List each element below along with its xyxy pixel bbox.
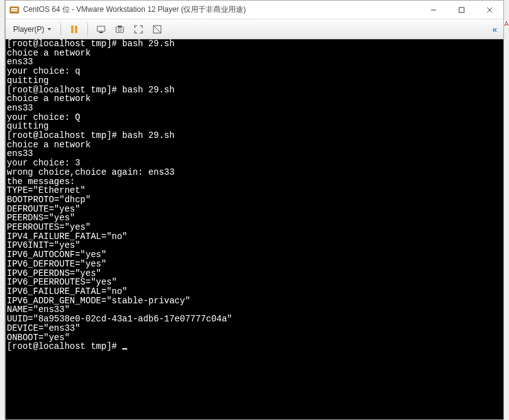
terminal-output: [root@localhost tmp]# bash 29.sh choice … [7, 39, 502, 351]
player-menu-label: Player(P) [13, 25, 44, 34]
right-mark-letter: A [504, 20, 509, 27]
pause-button[interactable] [66, 22, 82, 37]
close-button[interactable] [475, 1, 503, 19]
toolbar-separator [61, 23, 61, 36]
svg-rect-7 [71, 26, 74, 33]
svg-rect-9 [97, 26, 105, 31]
snapshot-button[interactable] [112, 22, 128, 37]
svg-rect-8 [75, 26, 77, 33]
unity-button[interactable] [149, 22, 165, 37]
toolbar: Player(P) « [6, 19, 503, 39]
maximize-button[interactable] [447, 1, 475, 19]
right-gutter [504, 0, 509, 420]
svg-point-12 [119, 28, 122, 31]
chevron-down-icon [47, 25, 52, 34]
svg-rect-2 [11, 10, 17, 11]
svg-rect-11 [116, 27, 124, 32]
svg-rect-1 [11, 8, 17, 9]
app-icon [9, 5, 19, 15]
svg-rect-13 [118, 26, 122, 27]
window-title: CentOS 64 位 - VMware Workstation 12 Play… [23, 4, 419, 15]
svg-rect-4 [459, 7, 464, 12]
window-controls [419, 1, 503, 19]
minimize-button[interactable] [419, 1, 447, 19]
svg-line-15 [153, 26, 161, 33]
collapse-toolbar-icon[interactable]: « [492, 24, 500, 34]
left-gutter [0, 0, 5, 420]
fullscreen-button[interactable] [130, 22, 147, 37]
send-ctrl-alt-del-button[interactable] [93, 22, 109, 37]
toolbar-separator [87, 23, 88, 36]
terminal[interactable]: [root@localhost tmp]# bash 29.sh choice … [6, 39, 503, 419]
titlebar[interactable]: CentOS 64 位 - VMware Workstation 12 Play… [6, 1, 503, 19]
vmware-window: CentOS 64 位 - VMware Workstation 12 Play… [5, 0, 504, 420]
terminal-cursor [122, 348, 127, 349]
player-menu[interactable]: Player(P) [9, 24, 56, 35]
svg-rect-10 [99, 32, 103, 33]
